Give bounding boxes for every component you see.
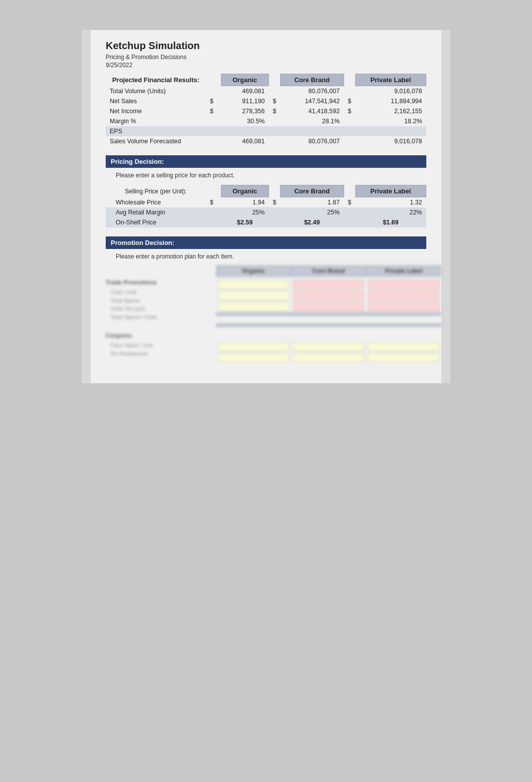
coupon-organic-face-input[interactable] xyxy=(218,342,289,351)
pricing-header-dollar2 xyxy=(269,185,280,197)
financial-dollar-core xyxy=(269,136,280,146)
financial-val-core: 28.1% xyxy=(280,116,344,126)
financial-val-core xyxy=(280,126,344,136)
pricing-val-core[interactable]: $2.49 xyxy=(280,217,344,227)
pricing-val-private: 1.32 xyxy=(355,197,426,208)
coupon-private-pct-cell xyxy=(366,352,441,363)
financial-val-organic: 30.5% xyxy=(221,116,269,126)
financial-row-label: Net Income xyxy=(106,106,206,116)
trade-organic-cost-input[interactable] xyxy=(218,280,289,289)
coupon-sub-labels: Face Value / Unit Pct Redeemed xyxy=(106,341,216,358)
pricing-col-organic: Organic xyxy=(221,185,269,197)
financial-dollar-private: $ xyxy=(344,96,355,106)
financial-val-organic xyxy=(221,126,269,136)
financial-dollar-organic: $ xyxy=(206,106,221,116)
trade-organic-pct-cell xyxy=(216,301,291,312)
financial-dollar-core: $ xyxy=(269,106,280,116)
trade-promo-core xyxy=(291,279,366,316)
page-container: Ketchup Simulation Pricing & Promotion D… xyxy=(91,30,441,383)
pricing-header-dollar1 xyxy=(206,185,221,197)
coupon-organic-face-cell xyxy=(216,341,291,352)
trade-sub-label-3: Units Vol (pct) xyxy=(111,305,216,313)
trade-organic-result xyxy=(216,312,291,316)
pricing-row-label: On-Shelf Price xyxy=(106,217,206,227)
financial-header-dollar1 xyxy=(206,74,221,86)
financial-dollar-organic xyxy=(206,136,221,146)
pricing-header-label: Selling Price (per Unit): xyxy=(106,185,206,197)
trade-core-pct-input[interactable] xyxy=(293,302,364,311)
financial-header-dollar2 xyxy=(269,74,280,86)
trade-private-pct-cell xyxy=(366,301,441,312)
pricing-dollar-core: $ xyxy=(269,197,280,208)
financial-val-organic: 911,190 xyxy=(221,96,269,106)
pricing-dollar-organic xyxy=(206,207,221,217)
financial-results-table: Projected Financial Results: Organic Cor… xyxy=(106,74,426,146)
trade-total-row xyxy=(106,323,426,327)
financial-dollar-organic xyxy=(206,116,221,126)
pricing-col-core: Core Brand xyxy=(280,185,344,197)
trade-core-cost-input[interactable] xyxy=(293,280,364,289)
pricing-val-core: 1.87 xyxy=(280,197,344,208)
financial-val-private xyxy=(355,126,426,136)
financial-val-organic: 469,081 xyxy=(221,136,269,146)
financial-dollar-core: $ xyxy=(269,96,280,106)
pricing-section-header: Pricing Decision: xyxy=(106,155,426,168)
financial-col-private: Private Label xyxy=(355,74,426,86)
trade-private-spend-cell xyxy=(366,290,441,301)
trade-core-spend-input[interactable] xyxy=(293,291,364,300)
pricing-val-organic: 1.94 xyxy=(221,197,269,208)
pricing-dollar-organic xyxy=(206,217,221,227)
coupon-core xyxy=(291,341,366,363)
trade-promo-sub-labels: Cost / Unit Total Spend Units Vol (pct) … xyxy=(106,288,216,321)
pricing-val-core: 25% xyxy=(280,207,344,217)
coupon-core-face-input[interactable] xyxy=(293,342,364,351)
financial-dollar-core xyxy=(269,86,280,97)
coupon-core-face-cell xyxy=(291,341,366,352)
financial-row-label: Total Volume (Units) xyxy=(106,86,206,97)
financial-row-label: Net Sales xyxy=(106,96,206,106)
trade-organic-spend-input[interactable] xyxy=(218,291,289,300)
financial-val-organic: 469,081 xyxy=(221,86,269,97)
trade-core-result xyxy=(291,312,366,316)
coupon-private-face-input[interactable] xyxy=(368,342,439,351)
trade-promo-block: Trade Promotions Cost / Unit Total Spend… xyxy=(106,279,426,321)
financial-val-private: 18.2% xyxy=(355,116,426,126)
trade-total-label xyxy=(106,323,216,327)
pricing-val-private[interactable]: $1.69 xyxy=(355,217,426,227)
pricing-col-private: Private Label xyxy=(355,185,426,197)
financial-dollar-private xyxy=(344,116,355,126)
financial-val-private: 2,162,155 xyxy=(355,106,426,116)
trade-sub-label-2: Total Spend xyxy=(111,297,216,305)
page-subtitle: Pricing & Promotion Decisions xyxy=(106,54,426,61)
coupon-core-pct-input[interactable] xyxy=(293,353,364,362)
trade-organic-spend-cell xyxy=(216,290,291,301)
coupon-organic-pct-cell xyxy=(216,352,291,363)
coupon-private-pct-input[interactable] xyxy=(368,353,439,362)
trade-organic-pct-input[interactable] xyxy=(218,302,289,311)
promo-header-empty xyxy=(106,265,216,277)
financial-val-core: 41,418,592 xyxy=(280,106,344,116)
coupon-grid: Face Value / Unit Pct Redeemed xyxy=(106,341,426,363)
trade-promo-labels: Trade Promotions Cost / Unit Total Spend… xyxy=(106,279,216,321)
trade-total-core xyxy=(291,323,366,327)
financial-val-core: 147,541,942 xyxy=(280,96,344,106)
trade-private-pct-input[interactable] xyxy=(368,302,439,311)
pricing-val-organic[interactable]: $2.59 xyxy=(221,217,269,227)
trade-private-cost-input[interactable] xyxy=(368,280,439,289)
coupon-sub-label-1: Face Value / Unit xyxy=(111,341,216,350)
financial-dollar-core xyxy=(269,116,280,126)
financial-val-private: 9,016,078 xyxy=(355,136,426,146)
pricing-dollar-core xyxy=(269,217,280,227)
financial-dollar-organic xyxy=(206,86,221,97)
trade-core-spend-cell xyxy=(291,290,366,301)
pricing-description: Please enter a selling price for each pr… xyxy=(106,172,426,179)
promo-header-row: Organic Core Brand Private Label xyxy=(106,265,426,277)
coupon-sub-label-2: Pct Redeemed xyxy=(111,350,216,358)
coupon-organic-pct-input[interactable] xyxy=(218,353,289,362)
financial-row-label: EPS xyxy=(106,126,206,136)
financial-col-core: Core Brand xyxy=(280,74,344,86)
trade-private-spend-input[interactable] xyxy=(368,291,439,300)
side-left xyxy=(82,30,91,383)
financial-header-dollar3 xyxy=(344,74,355,86)
coupon-organic xyxy=(216,341,291,363)
